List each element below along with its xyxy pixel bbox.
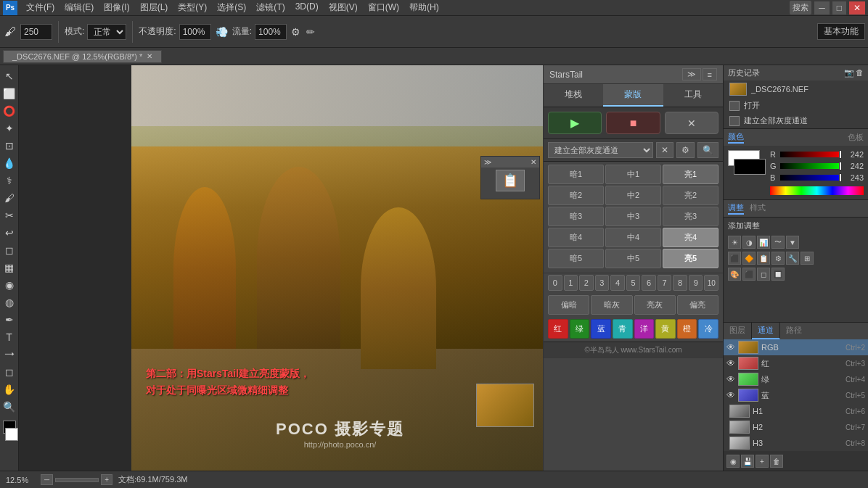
lasso-tool-icon[interactable]: ⭕ [1,103,17,119]
num9-btn[interactable]: 9 [689,275,703,291]
paths-tab[interactable]: 路径 [780,323,808,339]
opacity-input[interactable] [179,24,211,40]
close-panel-button[interactable]: ✕ [665,112,718,134]
mini-expand-icon[interactable]: ≫ [484,158,491,166]
light-gray-btn[interactable]: 亮灰 [634,295,676,315]
orange-btn[interactable]: 橙 [677,319,697,339]
settings-icon[interactable]: ⚙ [290,25,302,39]
dark-gray-btn[interactable]: 暗灰 [591,295,632,315]
maximize-icon[interactable]: □ [832,1,846,15]
num2-btn[interactable]: 2 [579,275,594,291]
hand-tool-icon[interactable]: ✋ [1,381,17,397]
dark4-btn[interactable]: 暗4 [548,228,604,247]
blue-btn[interactable]: 蓝 [591,319,611,339]
blur-tool-icon[interactable]: ◉ [1,277,17,293]
adj-icon14[interactable]: ◻ [757,268,770,281]
adj-icon3[interactable]: 📊 [757,236,770,249]
healing-brush-icon[interactable]: ⚕ [1,173,17,189]
menu-window[interactable]: 窗口(W) [364,0,404,15]
dark-tone-btn[interactable]: 偏暗 [548,295,589,315]
adj-icon1[interactable]: ☀ [728,236,741,249]
minimize-icon[interactable]: ─ [814,1,830,15]
tab-close-icon[interactable]: ✕ [147,52,152,60]
num5-btn[interactable]: 5 [626,275,641,291]
close-icon[interactable]: ✕ [849,1,865,15]
menu-view[interactable]: 视图(V) [324,0,362,15]
cool-btn[interactable]: 冷 [698,319,718,339]
adjustment-tab[interactable]: 调整 [728,202,744,215]
menu-type[interactable]: 类型(Y) [173,0,211,15]
spectrum-bar[interactable] [770,186,864,195]
layers-tab[interactable]: 图层 [724,323,752,339]
adj-icon11[interactable]: ⊞ [801,252,814,265]
num8-btn[interactable]: 8 [673,275,687,291]
adj-icon15[interactable]: 🔲 [771,268,785,281]
zoom-tool-icon[interactable]: 🔍 [1,399,17,415]
flow-input[interactable] [255,24,287,40]
search-btn[interactable]: 🔍 [697,142,718,158]
search-icon[interactable]: 搜索 [790,1,811,15]
mid5-btn[interactable]: 中5 [605,249,661,268]
channel-delete-btn[interactable]: 🗑 [770,455,783,468]
menu-image[interactable]: 图像(I) [99,0,134,15]
red-btn[interactable]: 红 [548,319,568,339]
adj-icon7[interactable]: 🔶 [742,252,756,265]
tab-mask[interactable]: 蒙版 [603,84,663,107]
channel-h1[interactable]: H1 Ctrl+6 [724,403,868,419]
background-color[interactable] [5,428,18,441]
settings-btn[interactable]: ⚙ [676,142,695,158]
mid3-btn[interactable]: 中3 [605,207,661,226]
num1-btn[interactable]: 1 [564,275,578,291]
adj-icon13[interactable]: ⬛ [742,268,756,281]
dark3-btn[interactable]: 暗3 [548,207,604,226]
starstail-expand-btn[interactable]: ≫ [682,68,701,80]
zoom-in-btn[interactable]: + [101,474,112,485]
num6-btn[interactable]: 6 [642,275,656,291]
light4-btn[interactable]: 亮4 [663,228,718,247]
capability-button[interactable]: 基本功能 [817,23,865,40]
adj-icon10[interactable]: 🔧 [786,252,799,265]
channel-green[interactable]: 👁 绿 Ctrl+4 [724,371,868,387]
adj-icon9[interactable]: ⚙ [771,252,785,265]
channel-rgb[interactable]: 👁 RGB Ctrl+2 [724,339,868,355]
tab-tools[interactable]: 工具 [663,84,723,107]
green-btn[interactable]: 绿 [570,319,590,339]
history-item-channel[interactable]: 建立全部灰度通道 [724,113,868,128]
history-camera-icon[interactable]: 📷 [844,68,854,78]
dark1-btn[interactable]: 暗1 [548,165,604,184]
marquee-tool-icon[interactable]: ⬜ [1,86,17,102]
shape-tool-icon[interactable]: ◻ [1,364,17,380]
mid4-btn[interactable]: 中4 [605,228,661,247]
light5-btn[interactable]: 亮5 [663,249,718,268]
magic-wand-icon[interactable]: ✦ [1,120,17,136]
pen-tool-icon[interactable]: ✒ [1,312,17,328]
num10-btn[interactable]: 10 [704,275,718,291]
channel-select[interactable]: 建立全部灰度通道 [548,142,653,158]
clear-btn[interactable]: ✕ [656,142,673,158]
magenta-btn[interactable]: 洋 [634,319,655,339]
adj-icon8[interactable]: 📋 [757,252,770,265]
num7-btn[interactable]: 7 [658,275,672,291]
eyedropper-icon[interactable]: 💧 [1,155,17,171]
brush-preset-icon[interactable]: ✏ [305,25,316,39]
channel-h3[interactable]: H3 Ctrl+8 [724,435,868,451]
zoom-out-btn[interactable]: ─ [41,474,53,485]
zoom-slider[interactable] [55,478,99,482]
style-tab[interactable]: 样式 [750,202,766,215]
type-tool-icon[interactable]: T [1,329,17,345]
adj-icon6[interactable]: ⬛ [728,252,741,265]
mode-select[interactable]: 正常 [87,24,126,40]
mid1-btn[interactable]: 中1 [605,165,661,184]
color-tab[interactable]: 颜色 [728,131,744,144]
menu-file[interactable]: 文件(F) [22,0,59,15]
light3-btn[interactable]: 亮3 [663,207,718,226]
brush-size-input[interactable]: 250 [20,24,52,40]
channel-blue[interactable]: 👁 蓝 Ctrl+5 [724,387,868,403]
channel-new-btn[interactable]: + [756,455,769,468]
move-tool-icon[interactable]: ↖ [1,68,17,84]
yellow-btn[interactable]: 黄 [655,319,676,339]
gradient-tool-icon[interactable]: ▦ [1,260,17,276]
clone-stamp-icon[interactable]: ✂ [1,207,17,223]
tab-stack[interactable]: 堆栈 [544,84,603,107]
num3-btn[interactable]: 3 [595,275,610,291]
